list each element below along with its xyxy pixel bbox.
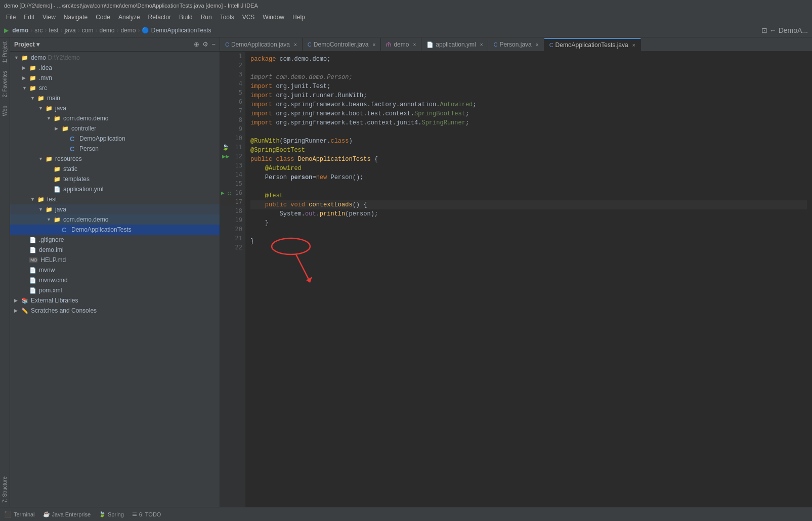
gutter-line-17: 17 [220, 197, 245, 206]
breadcrumb-src: src [34, 27, 42, 34]
menu-item-build[interactable]: Build [175, 13, 197, 22]
tab-person-java[interactable]: C Person.java × [488, 38, 544, 51]
tree-item-com-demo-test[interactable]: ▼ 📁 com.demo.demo [10, 214, 220, 225]
tab-close-demo-app[interactable]: × [294, 42, 297, 48]
gutter-line-8: 8 [220, 115, 245, 124]
menu-item-navigate[interactable]: Navigate [60, 13, 92, 22]
java-ent-icon: ☕ [43, 511, 50, 517]
xml-file-icon: 📄 [29, 287, 37, 294]
yml-tab-icon: 📄 [426, 41, 434, 48]
test-class-icon: C [62, 226, 70, 234]
tree-item-person[interactable]: C Person [10, 144, 220, 154]
yml-file-icon: 📄 [54, 186, 62, 193]
static-folder-icon: 📁 [54, 166, 62, 172]
menu-item-code[interactable]: Code [92, 13, 114, 22]
menu-item-help[interactable]: Help [288, 13, 309, 22]
code-content[interactable]: package com.demo.demo; import com.demo.d… [245, 52, 812, 507]
idea-folder-icon: 📁 [29, 65, 37, 71]
tab-demo-m[interactable]: m̂ demo × [381, 38, 421, 51]
gutter-line-1: 1 [220, 52, 245, 61]
java-enterprise-button[interactable]: ☕ Java Enterprise [43, 511, 91, 517]
tree-item-java-test[interactable]: ▼ 📁 java [10, 204, 220, 214]
menu-item-run[interactable]: Run [197, 13, 216, 22]
tree-item-gitignore[interactable]: 📄 .gitignore [10, 235, 220, 245]
gutter-line-9: 9 [220, 124, 245, 134]
tree-item-demo-root[interactable]: ▼ 📁 demo D:\Y2\demo [10, 53, 220, 63]
tab-demo-controller[interactable]: C DemoController.java × [303, 38, 381, 51]
tree-item-mvnw-cmd[interactable]: 📄 mvnw.cmd [10, 275, 220, 285]
settings-icon[interactable]: ⚙ [202, 40, 208, 48]
tab-application-yml[interactable]: 📄 application.yml × [421, 38, 488, 51]
tree-item-templates[interactable]: 📁 templates [10, 174, 220, 184]
tree-item-iml[interactable]: 📄 demo.iml [10, 245, 220, 255]
tab-close-tests[interactable]: × [632, 42, 635, 48]
spring-button[interactable]: 🍃 Spring [99, 511, 124, 517]
run-test-icon[interactable]: ▶ ○ [221, 190, 231, 196]
code-line-17: public void contextLoads() { [250, 200, 807, 209]
menu-item-view[interactable]: View [38, 13, 60, 22]
gutter-line-4: 4 [220, 79, 245, 88]
tab-demo-application[interactable]: C DemoApplication.java × [220, 38, 303, 51]
tree-item-com-demo[interactable]: ▼ 📁 com.demo.demo [10, 113, 220, 123]
tree-item-mvn[interactable]: ▶ 📁 .mvn [10, 73, 220, 83]
menu-item-analyze[interactable]: Analyze [114, 13, 144, 22]
main-folder-icon: 📁 [37, 95, 46, 102]
locate-icon[interactable]: ⊕ [194, 40, 199, 48]
tree-item-java-main[interactable]: ▼ 📁 java [10, 103, 220, 113]
gutter: 1 2 3 4 5 6 7 8 9 10 🍃 11 ▶▶ 12 13 [220, 52, 245, 507]
side-tab-project[interactable]: 1: Project [1, 37, 9, 67]
code-area: 1 2 3 4 5 6 7 8 9 10 🍃 11 ▶▶ 12 13 [220, 52, 812, 507]
menu-item-file[interactable]: File [2, 13, 20, 22]
menu-item-window[interactable]: Window [259, 13, 288, 22]
code-line-2 [250, 64, 807, 73]
tab-close-person[interactable]: × [536, 42, 539, 48]
tree-item-app-yml[interactable]: 📄 application.yml [10, 184, 220, 194]
tree-item-pom-xml[interactable]: 📄 pom.xml [10, 285, 220, 295]
tree-item-src[interactable]: ▼ 📁 src [10, 83, 220, 93]
menu-item-tools[interactable]: Tools [216, 13, 238, 22]
tree-item-resources[interactable]: ▼ 📁 resources [10, 154, 220, 164]
gutter-line-7: 7 [220, 106, 245, 115]
run-class-icon[interactable]: ▶▶ [222, 153, 229, 160]
tab-close-demo-m[interactable]: × [413, 42, 416, 48]
window-controls[interactable]: ⊡ ← DemoA... [761, 26, 808, 34]
tree-item-main[interactable]: ▼ 📁 main [10, 93, 220, 103]
tree-item-test[interactable]: ▼ 📁 test [10, 194, 220, 204]
todo-button[interactable]: ☰ 6: TODO [132, 511, 161, 517]
menu-item-vcs[interactable]: VCS [238, 13, 259, 22]
pkg-test-folder-icon: 📁 [54, 216, 62, 223]
gutter-line-6: 6 [220, 97, 245, 106]
menu-item-edit[interactable]: Edit [20, 13, 38, 22]
code-line-6: import org.springframework.beans.factory… [250, 100, 807, 109]
gutter-line-21: 21 [220, 234, 245, 243]
collapse-icon[interactable]: − [211, 40, 216, 48]
src-folder-icon: 📁 [29, 85, 37, 92]
gutter-line-2: 2 [220, 61, 245, 70]
title-text: demo [D:\Y2\demo] - ...\src\test\java\co… [4, 3, 258, 9]
code-line-12: public class DemoApplicationTests { [250, 155, 807, 164]
side-tab-structure[interactable]: 7: Structure [1, 472, 9, 507]
code-line-22 [250, 246, 807, 255]
gutter-line-20: 20 [220, 225, 245, 234]
tree-item-demo-app-tests[interactable]: C DemoApplicationTests [10, 225, 220, 235]
ext-libs-icon: 📚 [21, 297, 29, 304]
tree-item-ext-libs[interactable]: ▶ 📚 External Libraries [10, 295, 220, 306]
terminal-button[interactable]: ⬛ Terminal [4, 511, 35, 518]
tree-item-help-md[interactable]: MD HELP.md [10, 255, 220, 265]
tree-item-controller[interactable]: ▶ 📁 controller [10, 123, 220, 134]
tab-demo-app-tests[interactable]: C DemoApplicationTests.java × [544, 38, 641, 51]
side-tab-favorites[interactable]: 2: Favorites [1, 67, 9, 101]
menu-bar: FileEditViewNavigateCodeAnalyzeRefactorB… [0, 11, 812, 23]
gutter-line-19: 19 [220, 215, 245, 225]
code-line-10: @RunWith(SpringRunner.class) [250, 137, 807, 146]
tree-item-idea[interactable]: ▶ 📁 .idea [10, 63, 220, 73]
gutter-line-15: 15 [220, 179, 245, 188]
tree-item-scratches[interactable]: ▶ ✏️ Scratches and Consoles [10, 306, 220, 316]
side-tab-web[interactable]: Web [1, 102, 9, 120]
menu-item-refactor[interactable]: Refactor [144, 13, 175, 22]
tab-close-ctrl[interactable]: × [373, 42, 376, 48]
tree-item-mvnw[interactable]: 📄 mvnw [10, 265, 220, 275]
tab-close-yml[interactable]: × [480, 42, 483, 48]
tree-item-demo-app[interactable]: C DemoApplication [10, 134, 220, 144]
tree-item-static[interactable]: 📁 static [10, 164, 220, 174]
